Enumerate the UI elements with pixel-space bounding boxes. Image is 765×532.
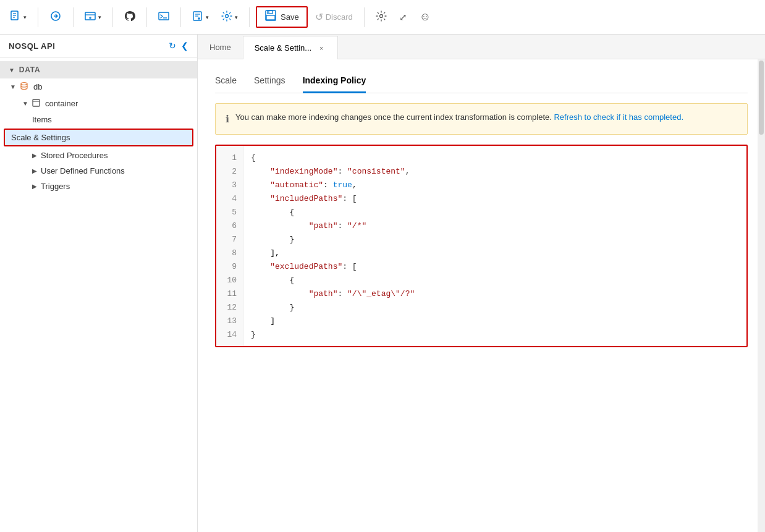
separator-6 xyxy=(249,7,250,27)
triggers-label: Triggers xyxy=(41,182,70,191)
sidebar-item-items[interactable]: Items xyxy=(0,112,197,127)
sidebar-title: NOSQL API xyxy=(9,41,55,51)
line-num-8: 8 xyxy=(216,246,243,260)
expand-button[interactable]: ⤢ xyxy=(394,8,412,27)
code-line-10: { xyxy=(251,273,739,287)
line-num-2: 2 xyxy=(216,164,243,178)
smiley-button[interactable]: ☺ xyxy=(415,7,436,27)
refresh-icon[interactable]: ↻ xyxy=(169,41,176,51)
container-chevron: ▼ xyxy=(22,100,28,107)
sub-tabs: Scale Settings Indexing Policy xyxy=(215,72,748,93)
data-section-header: ▼ DATA xyxy=(0,61,197,78)
main-layout: NOSQL API ↻ ❮ ▼ DATA ▼ xyxy=(0,35,765,532)
svg-point-22 xyxy=(21,83,27,85)
svg-point-21 xyxy=(379,14,382,17)
code-line-13: ] xyxy=(251,314,739,327)
db-icon xyxy=(20,82,28,92)
sidebar-item-udf[interactable]: ▶ User Defined Functions xyxy=(0,163,197,179)
separator-7 xyxy=(364,7,365,27)
line-num-6: 6 xyxy=(216,219,243,232)
code-line-9: "excludedPaths": [ xyxy=(251,260,739,273)
separator-4 xyxy=(146,7,147,27)
sidebar-item-db[interactable]: ▼ db xyxy=(0,78,197,95)
save-button[interactable]: Save xyxy=(256,6,308,28)
tab-close-button[interactable]: × xyxy=(316,43,326,53)
sidebar-item-scale-settings[interactable]: Scale & Settings xyxy=(4,129,193,146)
info-banner: ℹ You can make more indexing changes onc… xyxy=(215,103,748,135)
data-section-label: DATA xyxy=(19,65,41,74)
line-num-14: 14 xyxy=(216,327,243,341)
open-query-button[interactable] xyxy=(44,7,67,28)
settings-gear-button[interactable]: ▾ xyxy=(216,7,243,28)
terminal-icon xyxy=(158,11,169,24)
info-icon: ℹ xyxy=(226,112,229,127)
code-line-1: { xyxy=(251,151,739,164)
panel-content: Scale Settings Indexing Policy ℹ You can… xyxy=(198,59,765,532)
code-line-14: } xyxy=(251,327,739,341)
sidebar: NOSQL API ↻ ❮ ▼ DATA ▼ xyxy=(0,35,198,532)
svg-point-16 xyxy=(226,14,229,17)
code-line-11: "path": "/\"_etag\"/?" xyxy=(251,287,739,300)
sidebar-item-container[interactable]: ▼ container xyxy=(0,95,197,112)
separator-3 xyxy=(112,7,113,27)
save-label: Save xyxy=(281,12,299,22)
content-area: Home Scale & Settin... × Scale Settings … xyxy=(198,35,765,532)
code-content[interactable]: { "indexingMode": "consistent", "automat… xyxy=(243,146,746,346)
new-container-button[interactable]: ▾ xyxy=(80,7,106,28)
items-label: Items xyxy=(32,115,52,124)
smiley-icon: ☺ xyxy=(420,11,431,23)
code-line-8: ], xyxy=(251,246,739,260)
refresh-link[interactable]: Refresh to check if it has completed. xyxy=(554,112,683,122)
line-num-9: 9 xyxy=(216,260,243,273)
scrollbar-track[interactable] xyxy=(758,59,765,532)
new-container-icon xyxy=(85,11,96,24)
toolbar: ▾ ▾ xyxy=(0,0,765,35)
open-query-icon xyxy=(49,11,62,24)
discard-button[interactable]: ↺ Discard xyxy=(310,7,358,27)
chevron-down-icon-2: ▾ xyxy=(98,14,101,20)
settings-gear-icon xyxy=(221,11,232,24)
expand-icon: ⤢ xyxy=(399,12,407,23)
new-notebook-button[interactable]: ▾ xyxy=(187,7,214,28)
line-num-12: 12 xyxy=(216,300,243,314)
separator-2 xyxy=(73,7,74,27)
new-document-icon xyxy=(10,11,21,24)
code-line-5: { xyxy=(251,205,739,219)
svg-rect-9 xyxy=(159,12,169,20)
line-numbers: 1 2 3 4 5 6 7 8 9 10 11 12 13 14 xyxy=(216,146,243,346)
sidebar-content: ▼ DATA ▼ db ▼ xyxy=(0,57,197,198)
sub-tab-indexing[interactable]: Indexing Policy xyxy=(303,72,366,93)
db-label: db xyxy=(33,82,42,91)
code-line-12: } xyxy=(251,300,739,314)
line-num-7: 7 xyxy=(216,232,243,246)
code-line-2: "indexingMode": "consistent", xyxy=(251,164,739,178)
github-icon xyxy=(124,11,135,24)
separator-5 xyxy=(180,7,181,27)
container-label: container xyxy=(45,99,78,108)
code-line-4: "includedPaths": [ xyxy=(251,192,739,205)
tab-scale-settings[interactable]: Scale & Settin... × xyxy=(243,36,339,59)
data-chevron: ▼ xyxy=(9,67,15,74)
sidebar-header-icons: ↻ ❮ xyxy=(169,41,188,51)
stored-procedures-label: Stored Procedures xyxy=(41,151,108,160)
separator-1 xyxy=(38,7,38,27)
save-icon xyxy=(264,10,277,24)
terminal-button[interactable] xyxy=(153,7,174,28)
sidebar-item-triggers[interactable]: ▶ Triggers xyxy=(0,179,197,194)
sub-tab-settings[interactable]: Settings xyxy=(254,72,285,93)
line-num-13: 13 xyxy=(216,314,243,327)
new-document-button[interactable]: ▾ xyxy=(5,7,32,28)
info-text: You can make more indexing changes once … xyxy=(235,111,683,124)
tab-home-label: Home xyxy=(209,43,231,52)
collapse-icon[interactable]: ❮ xyxy=(181,41,188,51)
sidebar-item-stored-procedures[interactable]: ▶ Stored Procedures xyxy=(0,148,197,163)
chevron-down-icon-3: ▾ xyxy=(206,14,209,20)
scrollbar-thumb[interactable] xyxy=(759,61,764,135)
sidebar-header: NOSQL API ↻ ❮ xyxy=(0,35,197,57)
github-button[interactable] xyxy=(119,7,140,28)
tab-home[interactable]: Home xyxy=(198,35,243,59)
sub-tab-scale[interactable]: Scale xyxy=(215,72,237,93)
gear-right-button[interactable] xyxy=(371,7,392,28)
code-line-3: "automatic": true, xyxy=(251,178,739,192)
discard-label: Discard xyxy=(326,12,353,22)
